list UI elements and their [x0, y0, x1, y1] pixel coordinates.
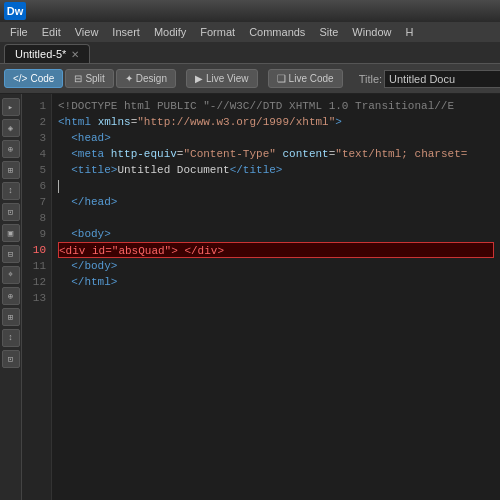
sidebar-icon-box2[interactable]: ⊡: [2, 350, 20, 368]
live-view-button[interactable]: ▶ Live View: [186, 69, 258, 88]
line-num-8: 8: [22, 210, 46, 226]
line-numbers: 1 2 3 4 5 6 7 8 9 10 11 12 13: [22, 94, 52, 500]
title-bar: Dw: [0, 0, 500, 22]
menu-bar: File Edit View Insert Modify Format Comm…: [0, 22, 500, 42]
code-line-11: </body>: [58, 258, 494, 274]
line-num-11: 11: [22, 258, 46, 274]
sidebar-icon-grid2[interactable]: ⊞: [2, 308, 20, 326]
design-icon: ✦: [125, 73, 133, 84]
code-line-4: <meta http-equiv="Content-Type" content=…: [58, 146, 494, 162]
menu-format[interactable]: Format: [194, 24, 241, 40]
code-line-1: <!DOCTYPE html PUBLIC "-//W3C//DTD XHTML…: [58, 98, 494, 114]
sidebar-icon-select[interactable]: ◈: [2, 119, 20, 137]
title-bar-menu: [32, 5, 35, 17]
code-icon: </>: [13, 73, 27, 84]
split-icon: ⊟: [74, 73, 82, 84]
line-num-4: 4: [22, 146, 46, 162]
line-num-1: 1: [22, 98, 46, 114]
title-label: Title:: [359, 73, 382, 85]
editor-container: ▸ ◈ ⊕ ⊞ ↕ ⊡ ▣ ⊟ ⌖ ⊕ ⊞ ↕ ⊡ 1 2 3 4 5 6 7 …: [0, 94, 500, 500]
line-num-12: 12: [22, 274, 46, 290]
line-num-7: 7: [22, 194, 46, 210]
menu-edit[interactable]: Edit: [36, 24, 67, 40]
menu-insert[interactable]: Insert: [106, 24, 146, 40]
code-line-6: [58, 178, 494, 194]
title-input[interactable]: [384, 70, 500, 88]
design-view-button[interactable]: ✦ Design: [116, 69, 176, 88]
sidebar-icon-resize[interactable]: ↕: [2, 182, 20, 200]
live-code-icon: ❑: [277, 73, 286, 84]
code-line-5: <title>Untitled Document</title>: [58, 162, 494, 178]
code-content[interactable]: <!DOCTYPE html PUBLIC "-//W3C//DTD XHTML…: [52, 94, 500, 500]
line-num-10: 10: [22, 242, 46, 258]
split-label: Split: [85, 73, 104, 84]
sidebar-icon-target[interactable]: ⌖: [2, 266, 20, 284]
live-code-button[interactable]: ❑ Live Code: [268, 69, 343, 88]
code-line-3: <head>: [58, 130, 494, 146]
menu-commands[interactable]: Commands: [243, 24, 311, 40]
sidebar-icon-insert[interactable]: ⊕: [2, 140, 20, 158]
dw-logo: Dw: [4, 2, 26, 20]
line-num-2: 2: [22, 114, 46, 130]
menu-file[interactable]: File: [4, 24, 34, 40]
line-num-3: 3: [22, 130, 46, 146]
menu-view[interactable]: View: [69, 24, 105, 40]
sidebar-icon-box[interactable]: ⊡: [2, 203, 20, 221]
code-line-13: [58, 290, 494, 306]
menu-modify[interactable]: Modify: [148, 24, 192, 40]
tab-bar: Untitled-5* ✕: [0, 42, 500, 64]
design-label: Design: [136, 73, 167, 84]
toolbar: </> Code ⊟ Split ✦ Design ▶ Live View ❑ …: [0, 64, 500, 94]
code-line-10: <div id="absQuad"> </div>: [58, 242, 494, 258]
split-view-button[interactable]: ⊟ Split: [65, 69, 113, 88]
sidebar-icon-square[interactable]: ▣: [2, 224, 20, 242]
sidebar: ▸ ◈ ⊕ ⊞ ↕ ⊡ ▣ ⊟ ⌖ ⊕ ⊞ ↕ ⊡: [0, 94, 22, 500]
sidebar-icon-move[interactable]: ↕: [2, 329, 20, 347]
menu-help[interactable]: H: [399, 24, 419, 40]
code-view-button[interactable]: </> Code: [4, 69, 63, 88]
sidebar-icon-minus[interactable]: ⊟: [2, 245, 20, 263]
code-line-8: [58, 210, 494, 226]
live-view-label: Live View: [206, 73, 249, 84]
menu-window[interactable]: Window: [346, 24, 397, 40]
live-view-icon: ▶: [195, 73, 203, 84]
menu-site[interactable]: Site: [313, 24, 344, 40]
tab-untitled5[interactable]: Untitled-5* ✕: [4, 44, 90, 63]
line-num-13: 13: [22, 290, 46, 306]
code-editor[interactable]: 1 2 3 4 5 6 7 8 9 10 11 12 13 <!DOCTYPE …: [22, 94, 500, 500]
text-cursor: [58, 180, 59, 193]
live-code-label: Live Code: [289, 73, 334, 84]
line-num-5: 5: [22, 162, 46, 178]
code-line-2: <html xmlns="http://www.w3.org/1999/xhtm…: [58, 114, 494, 130]
sidebar-icon-arrow[interactable]: ▸: [2, 98, 20, 116]
line-num-9: 9: [22, 226, 46, 242]
line-num-6: 6: [22, 178, 46, 194]
tab-label: Untitled-5*: [15, 48, 66, 60]
code-label: Code: [30, 73, 54, 84]
sidebar-icon-grid[interactable]: ⊞: [2, 161, 20, 179]
code-line-12: </html>: [58, 274, 494, 290]
tab-close-icon[interactable]: ✕: [71, 49, 79, 60]
code-line-7: </head>: [58, 194, 494, 210]
code-line-9: <body>: [58, 226, 494, 242]
sidebar-icon-plus[interactable]: ⊕: [2, 287, 20, 305]
